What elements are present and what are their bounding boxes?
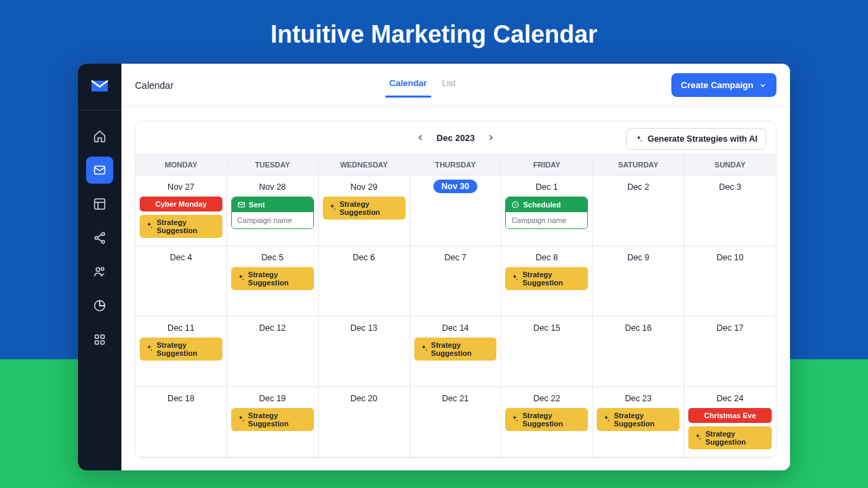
sparkle-icon bbox=[237, 274, 245, 283]
app-window: Calendar Calendar List Create Campaign D… bbox=[78, 64, 790, 470]
nav-campaigns[interactable] bbox=[86, 157, 113, 184]
calendar-cell[interactable]: Dec 6 bbox=[319, 246, 410, 317]
day-of-week-cell: SATURDAY bbox=[593, 155, 684, 175]
calendar-cell[interactable]: Dec 1ScheduledCampaign name bbox=[501, 176, 593, 246]
calendar-cell[interactable]: Dec 24Christmas EveStrategy Suggestion bbox=[684, 387, 776, 458]
date-label: Dec 8 bbox=[505, 250, 588, 264]
sparkle-icon bbox=[511, 274, 519, 283]
event-strategy-suggestion[interactable]: Strategy Suggestion bbox=[597, 408, 679, 431]
svg-point-6 bbox=[101, 268, 104, 270]
nav-share[interactable] bbox=[86, 224, 113, 251]
event-strategy-suggestion[interactable]: Strategy Suggestion bbox=[505, 408, 588, 431]
date-label: Dec 16 bbox=[597, 321, 679, 334]
create-campaign-button[interactable]: Create Campaign bbox=[671, 73, 776, 97]
date-label: Dec 17 bbox=[688, 321, 772, 334]
nav-templates[interactable] bbox=[86, 190, 113, 218]
event-status-label: Scheduled bbox=[523, 201, 561, 209]
calendar-cell[interactable]: Dec 9 bbox=[593, 246, 684, 317]
month-label: Dec 2023 bbox=[437, 133, 475, 143]
event-label: Strategy Suggestion bbox=[705, 430, 766, 446]
date-label: Dec 20 bbox=[323, 391, 406, 405]
clock-icon bbox=[511, 201, 519, 209]
calendar-cell[interactable]: Dec 14Strategy Suggestion bbox=[410, 317, 502, 387]
event-holiday[interactable]: Christmas Eve bbox=[688, 408, 772, 423]
calendar-cell[interactable]: Dec 3 bbox=[684, 176, 776, 246]
event-strategy-suggestion[interactable]: Strategy Suggestion bbox=[231, 408, 314, 431]
calendar-cell[interactable]: Dec 20 bbox=[319, 387, 410, 458]
tab-calendar[interactable]: Calendar bbox=[389, 74, 427, 96]
date-label: Dec 10 bbox=[688, 250, 772, 264]
event-label: Strategy Suggestion bbox=[431, 341, 492, 357]
tab-list[interactable]: List bbox=[442, 74, 456, 96]
sparkle-icon bbox=[635, 135, 643, 143]
event-label: Strategy Suggestion bbox=[157, 218, 217, 235]
calendar-cell[interactable]: Nov 29Strategy Suggestion bbox=[319, 176, 410, 246]
generate-ai-label: Generate Strategies with AI bbox=[648, 134, 757, 144]
calendar-card: Dec 2023 Generate Strategies with AI MON… bbox=[135, 121, 776, 458]
event-status-label: Sent bbox=[249, 201, 265, 209]
day-of-week-cell: THURSDAY bbox=[410, 155, 502, 175]
date-label: Dec 2 bbox=[597, 180, 679, 193]
event-strategy-suggestion[interactable]: Strategy Suggestion bbox=[231, 267, 314, 290]
nav-apps[interactable] bbox=[86, 326, 113, 353]
calendar-cell[interactable]: Dec 17 bbox=[684, 317, 776, 387]
calendar-cell[interactable]: Dec 4 bbox=[136, 246, 227, 317]
calendar-cell[interactable]: Dec 23Strategy Suggestion bbox=[593, 387, 684, 458]
date-label: Dec 23 bbox=[597, 391, 679, 405]
day-of-week-cell: MONDAY bbox=[136, 155, 227, 175]
event-strategy-suggestion[interactable]: Strategy Suggestion bbox=[688, 426, 772, 449]
date-label: Dec 1 bbox=[505, 180, 588, 193]
event-strategy-suggestion[interactable]: Strategy Suggestion bbox=[323, 197, 406, 220]
calendar-cell[interactable]: Nov 27Cyber MondayStrategy Suggestion bbox=[136, 176, 227, 246]
calendar-cell[interactable]: Dec 19Strategy Suggestion bbox=[227, 387, 319, 458]
date-label: Nov 27 bbox=[140, 180, 222, 193]
calendar-cell[interactable]: Dec 7 bbox=[410, 246, 502, 317]
calendar-cell[interactable]: Dec 5Strategy Suggestion bbox=[227, 246, 319, 317]
event-strategy-suggestion[interactable]: Strategy Suggestion bbox=[140, 215, 222, 238]
nav-audience[interactable] bbox=[86, 258, 113, 285]
svg-rect-9 bbox=[95, 341, 98, 344]
event-name: Campaign name bbox=[232, 212, 313, 228]
date-today: Nov 30 bbox=[433, 180, 477, 193]
view-tabs: Calendar List bbox=[389, 74, 456, 96]
calendar-cell[interactable]: Dec 18 bbox=[136, 387, 227, 458]
calendar-cell[interactable]: Dec 2 bbox=[593, 176, 684, 246]
day-of-week-cell: SUNDAY bbox=[684, 155, 776, 175]
date-label: Dec 19 bbox=[231, 391, 314, 405]
calendar-cell[interactable]: Dec 12 bbox=[227, 317, 319, 387]
calendar-cell[interactable]: Dec 11Strategy Suggestion bbox=[136, 317, 227, 387]
event-strategy-suggestion[interactable]: Strategy Suggestion bbox=[140, 338, 222, 361]
calendar-cell[interactable]: Dec 8Strategy Suggestion bbox=[501, 246, 593, 317]
page-title: Intuitive Marketing Calendar bbox=[0, 0, 868, 64]
day-of-week-cell: WEDNESDAY bbox=[319, 155, 410, 175]
calendar-cell[interactable]: Nov 28SentCampaign name bbox=[227, 176, 319, 246]
calendar-cell[interactable]: Dec 22Strategy Suggestion bbox=[501, 387, 593, 458]
event-label: Strategy Suggestion bbox=[614, 411, 674, 428]
calendar-cell[interactable]: Dec 21 bbox=[410, 387, 502, 458]
nav-home[interactable] bbox=[86, 123, 113, 150]
date-label: Dec 9 bbox=[597, 250, 679, 264]
event-strategy-suggestion[interactable]: Strategy Suggestion bbox=[505, 267, 588, 290]
date-label: Dec 6 bbox=[323, 250, 406, 264]
date-label: Dec 22 bbox=[505, 391, 588, 405]
event-strategy-suggestion[interactable]: Strategy Suggestion bbox=[414, 338, 497, 361]
mail-icon bbox=[237, 201, 245, 209]
sparkle-icon bbox=[237, 415, 245, 424]
day-of-week-header: MONDAYTUESDAYWEDNESDAYTHURSDAYFRIDAYSATU… bbox=[136, 154, 776, 176]
next-month-button[interactable] bbox=[484, 131, 498, 144]
calendar-cell[interactable]: Dec 10 bbox=[684, 246, 776, 317]
date-label: Dec 21 bbox=[414, 391, 497, 405]
generate-ai-button[interactable]: Generate Strategies with AI bbox=[626, 128, 766, 150]
nav-analytics[interactable] bbox=[86, 292, 113, 319]
create-campaign-label: Create Campaign bbox=[681, 80, 753, 90]
date-label: Dec 3 bbox=[688, 180, 772, 193]
calendar-cell[interactable]: Dec 13 bbox=[319, 317, 410, 387]
event-sent-campaign[interactable]: SentCampaign name bbox=[231, 197, 314, 229]
calendar-cell[interactable]: Dec 15 bbox=[501, 317, 593, 387]
calendar-cell[interactable]: Dec 16 bbox=[593, 317, 684, 387]
event-holiday[interactable]: Cyber Monday bbox=[140, 197, 222, 211]
app-logo[interactable] bbox=[90, 76, 110, 96]
calendar-cell[interactable]: Nov 30 bbox=[410, 176, 502, 246]
prev-month-button[interactable] bbox=[414, 131, 427, 144]
event-scheduled-campaign[interactable]: ScheduledCampaign name bbox=[505, 197, 588, 229]
